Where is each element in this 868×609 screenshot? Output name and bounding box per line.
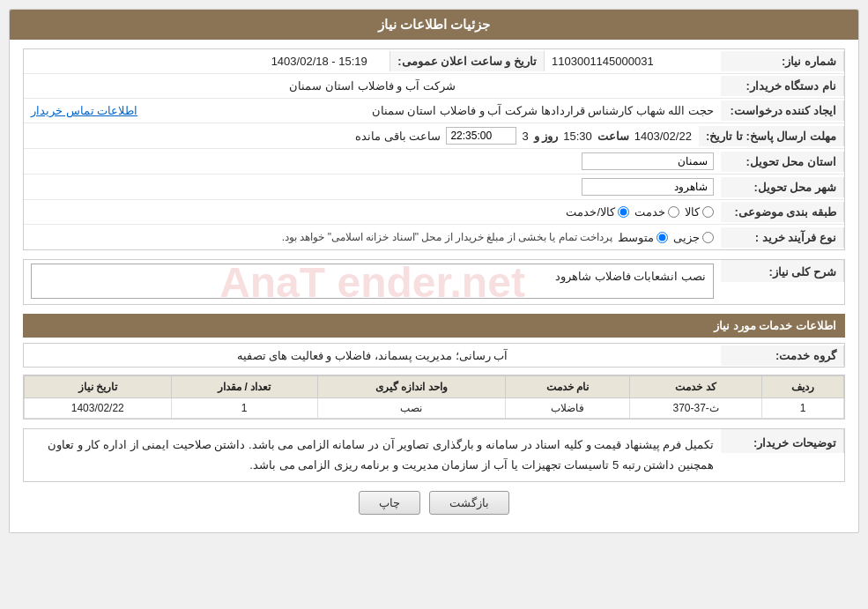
col-radif: ردیف — [762, 376, 844, 398]
jozei-label: جزیی — [673, 231, 700, 244]
shomare-niaz-value: 1103001145000031 — [552, 55, 654, 68]
khadamat-header: اطلاعات خدمات مورد نیاز — [23, 314, 845, 338]
tozihat-label: توضیحات خریدار: — [721, 429, 844, 453]
services-table: ردیف کد خدمت نام خدمت واحد اندازه گیری ت… — [24, 375, 844, 419]
col-vahed: واحد اندازه گیری — [317, 376, 505, 398]
rooz-label: روز و — [534, 130, 559, 143]
buttons-row: بازگشت چاپ — [23, 491, 845, 515]
row-namdastgah: نام دستگاه خریدار: شرکت آب و فاضلاب استا… — [24, 74, 844, 99]
table-cell: 1 — [762, 398, 844, 419]
shrh-value: نصب انشعابات فاضلاب شاهرود — [555, 270, 706, 283]
row-mohlat: مهلت ارسال پاسخ: تا تاریخ: 1403/02/22 سا… — [24, 123, 844, 149]
row-ejadkonande: ایجاد کننده درخواست: حجت الله شهاب کارشن… — [24, 99, 844, 123]
mohlat-label: مهلت ارسال پاسخ: تا تاریخ: — [699, 126, 844, 146]
ejadkonande-link[interactable]: اطلاعات تماس خریدار — [31, 104, 137, 117]
tozihat-value: تکمیل فرم پیشنهاد قیمت و کلیه اسناد در س… — [48, 438, 714, 472]
table-cell: 1403/02/22 — [25, 398, 172, 419]
table-cell: نصب — [317, 398, 505, 419]
ejadkonande-value: حجت الله شهاب کارشناس قراردادها شرکت آب … — [372, 104, 714, 117]
row-tabaghe: طبقه بندی موضوعی: کالا خدمت کالا/خدمت — [24, 200, 844, 225]
page-container: جزئیات اطلاعات نیاز شماره نیاز: 11030011… — [0, 0, 868, 609]
row-ostan: استان محل تحویل: — [24, 149, 844, 175]
table-cell: فاضلاب — [506, 398, 630, 419]
table-cell: ث-37-370 — [630, 398, 762, 419]
radio-khedmat[interactable]: خدمت — [634, 205, 679, 219]
mohlat-remaining: ساعت باقی مانده — [355, 130, 441, 143]
shomare-niaz-label: شماره نیاز: — [721, 51, 844, 71]
shrh-box: نصب انشعابات فاضلاب شاهرود — [31, 264, 714, 299]
motavaset-label: متوسط — [618, 231, 654, 244]
grooh-value: آب رسانی؛ مدیریت پسماند، فاضلاب و فعالیت… — [237, 349, 508, 362]
row-shrh: شرح کلی نیاز: AnaT ender.net نصب انشعابا… — [23, 259, 845, 305]
khedmat-label: خدمت — [634, 205, 665, 219]
table-cell: 1 — [171, 398, 317, 419]
namdastgah-label: نام دستگاه خریدار: — [721, 76, 844, 96]
shrh-label: شرح کلی نیاز: — [721, 260, 844, 282]
row-shahr: شهر محل تحویل: — [24, 175, 844, 200]
mohlat-saat: 15:30 — [563, 130, 592, 143]
tarikh-label: تاریخ و ساعت اعلان عمومی: — [389, 51, 545, 71]
saat-label2: ساعت — [597, 130, 629, 143]
tabaghe-label: طبقه بندی موضوعی: — [721, 202, 844, 222]
card-header: جزئیات اطلاعات نیاز — [10, 10, 858, 40]
table-row: 1ث-37-370فاضلابنصب11403/02/22 — [25, 398, 844, 419]
ejadkonande-label: ایجاد کننده درخواست: — [721, 100, 844, 121]
shahr-input[interactable] — [582, 178, 714, 196]
col-tarikh: تاریخ نیاز — [25, 376, 172, 398]
tarikh-value: 1403/02/18 - 15:19 — [271, 55, 367, 68]
col-kodkhedmat: کد خدمت — [630, 376, 762, 398]
namdastgah-value: شرکت آب و فاضلاب استان سمنان — [289, 79, 455, 93]
radio-kala-khedmat[interactable]: کالا/خدمت — [566, 205, 629, 219]
kala-khedmat-label: کالا/خدمت — [566, 205, 615, 219]
col-namkhedmat: نام خدمت — [506, 376, 630, 398]
radio-kala[interactable]: کالا — [685, 205, 714, 219]
kala-label: کالا — [685, 205, 700, 219]
row-shomare-tarikh: شماره نیاز: 1103001145000031 تاریخ و ساع… — [24, 49, 844, 74]
ostan-label: استان محل تحویل: — [721, 152, 844, 172]
card-body: شماره نیاز: 1103001145000031 تاریخ و ساع… — [10, 40, 858, 532]
top-info-section: شماره نیاز: 1103001145000031 تاریخ و ساع… — [23, 48, 845, 250]
radio-motavaset[interactable]: متوسط — [618, 231, 668, 244]
print-button[interactable]: چاپ — [359, 491, 420, 515]
row-grooh: گروه خدمت: آب رسانی؛ مدیریت پسماند، فاضل… — [23, 343, 845, 368]
noefar-label: نوع فرآیند خرید : — [721, 227, 844, 248]
mohlat-date: 1403/02/22 — [634, 130, 692, 143]
row-tozihat: توضیحات خریدار: تکمیل فرم پیشنهاد قیمت و… — [23, 428, 845, 482]
col-tedad: تعداد / مقدار — [171, 376, 317, 398]
grooh-label: گروه خدمت: — [721, 345, 844, 366]
back-button[interactable]: بازگشت — [429, 491, 509, 515]
main-card: جزئیات اطلاعات نیاز شماره نیاز: 11030011… — [9, 9, 859, 533]
row-noefar: نوع فرآیند خرید : جزیی متوسط پرداخت تمام… — [24, 225, 844, 249]
page-title: جزئیات اطلاعات نیاز — [378, 17, 490, 32]
radio-jozei[interactable]: جزیی — [673, 231, 714, 244]
farayand-desc: پرداخت تمام یا بخشی از مبلغ خریدار از مح… — [282, 231, 612, 243]
services-table-container: ردیف کد خدمت نام خدمت واحد اندازه گیری ت… — [23, 375, 845, 420]
mohlat-time-input[interactable] — [446, 127, 516, 145]
mohlat-rooz: 3 — [522, 130, 528, 143]
shahr-label: شهر محل تحویل: — [721, 177, 844, 197]
ostan-input[interactable] — [582, 152, 714, 170]
